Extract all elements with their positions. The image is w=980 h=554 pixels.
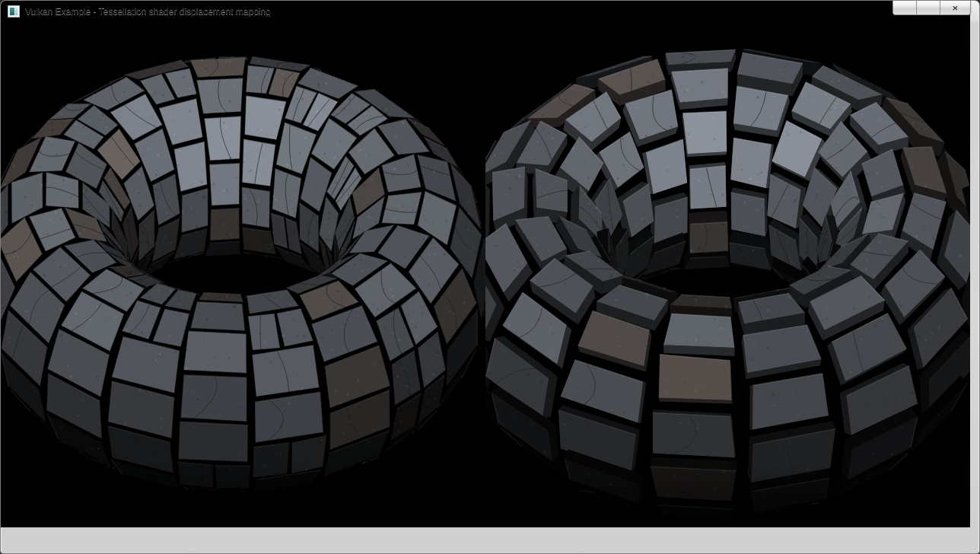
render-viewport[interactable] [1,1,970,527]
maximize-button[interactable] [916,1,940,15]
title-bar[interactable]: Vulkan Example - Tessellation shader dis… [1,1,979,22]
close-icon: × [953,2,959,14]
caption-buttons: × [892,1,971,15]
close-button[interactable]: × [940,1,971,15]
app-window: Vulkan Example - Tessellation shader dis… [0,0,980,554]
vulkan-app-icon [8,5,20,18]
window-title: Vulkan Example - Tessellation shader dis… [25,6,271,17]
render-client-area [1,1,979,530]
minimize-button[interactable] [892,1,916,15]
